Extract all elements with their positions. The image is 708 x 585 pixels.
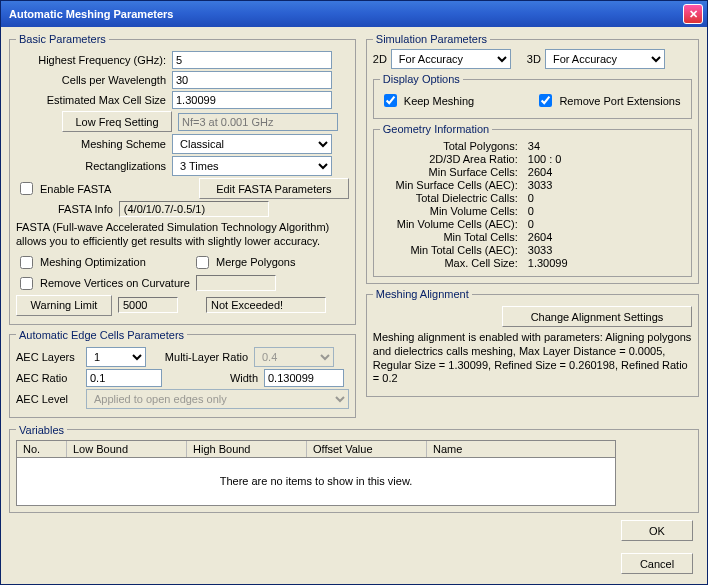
sim-2d-label: 2D: [373, 53, 387, 65]
meshing-scheme-label: Meshing Scheme: [16, 138, 166, 150]
aec-layers-label: AEC Layers: [16, 351, 80, 363]
variables-group: Variables No. Low Bound High Bound Offse…: [9, 424, 699, 513]
aec-level-label: AEC Level: [16, 393, 80, 405]
warning-limit-value: 5000: [118, 297, 178, 313]
variables-header: No. Low Bound High Bound Offset Value Na…: [16, 440, 616, 458]
est-max-cell-size-input[interactable]: [172, 91, 332, 109]
variables-list[interactable]: There are no items to show in this view.: [16, 458, 616, 506]
highest-freq-input[interactable]: [172, 51, 332, 69]
ok-button[interactable]: OK: [621, 520, 693, 541]
meshing-alignment-group: Meshing Alignment Change Alignment Setti…: [366, 288, 699, 397]
change-alignment-button[interactable]: Change Alignment Settings: [502, 306, 692, 327]
sim-2d-select[interactable]: For Accuracy: [391, 49, 511, 69]
low-freq-setting-button[interactable]: Low Freq Setting: [62, 111, 172, 132]
display-options-group: Display Options Keep Meshing Remove Port…: [373, 73, 692, 119]
geometry-legend: Geometry Information: [380, 123, 492, 135]
min-surface-cells-value: 2604: [528, 166, 685, 178]
rectanglizations-label: Rectanglizations: [16, 160, 166, 172]
sim-legend: Simulation Parameters: [373, 33, 490, 45]
aec-width-label: Width: [168, 372, 258, 384]
cells-per-wavelength-input[interactable]: [172, 71, 332, 89]
aec-ratio-label: AEC Ratio: [16, 372, 80, 384]
min-volume-cells-value: 0: [528, 205, 685, 217]
aec-legend: Automatic Edge Cells Parameters: [16, 329, 187, 341]
remove-port-ext-checkbox[interactable]: Remove Port Extensions: [535, 91, 685, 110]
aec-layers-select[interactable]: 1: [86, 347, 146, 367]
basic-legend: Basic Parameters: [16, 33, 109, 45]
aec-parameters-group: Automatic Edge Cells Parameters AEC Laye…: [9, 329, 356, 418]
fasta-info-label: FASTA Info: [58, 203, 113, 215]
max-cell-size-label: Max. Cell Size:: [380, 257, 528, 269]
total-polygons-label: Total Polygons:: [380, 140, 528, 152]
display-options-legend: Display Options: [380, 73, 463, 85]
fasta-info-value: (4/0/1/0.7/-0.5/1): [119, 201, 269, 217]
min-volume-cells-aec-value: 0: [528, 218, 685, 230]
aec-width-input[interactable]: [264, 369, 344, 387]
min-total-cells-label: Min Total Cells:: [380, 231, 528, 243]
variables-legend: Variables: [16, 424, 67, 436]
col-no[interactable]: No.: [17, 441, 67, 457]
min-total-cells-aec-label: Min Total Cells (AEC):: [380, 244, 528, 256]
highest-freq-label: Highest Frequency (GHz):: [16, 54, 166, 66]
warning-limit-button[interactable]: Warning Limit: [16, 295, 112, 316]
multilayer-ratio-label: Multi-Layer Ratio: [152, 351, 248, 363]
basic-parameters-group: Basic Parameters Highest Frequency (GHz)…: [9, 33, 356, 325]
warning-status: Not Exceeded!: [206, 297, 326, 313]
keep-meshing-checkbox[interactable]: Keep Meshing: [380, 91, 530, 110]
dialog-window: Automatic Meshing Parameters ✕ Basic Par…: [0, 0, 708, 585]
remove-vertices-checkbox[interactable]: Remove Vertices on Curvature: [16, 274, 190, 293]
rectanglizations-select[interactable]: 3 Times: [172, 156, 332, 176]
min-total-cells-aec-value: 3033: [528, 244, 685, 256]
cancel-button[interactable]: Cancel: [621, 553, 693, 574]
min-volume-cells-aec-label: Min Volume Cells (AEC):: [380, 218, 528, 230]
est-max-cell-size-label: Estimated Max Cell Size: [16, 94, 166, 106]
total-polygons-value: 34: [528, 140, 685, 152]
enable-fasta-input[interactable]: [20, 182, 33, 195]
low-freq-value: [178, 113, 338, 131]
total-dielectric-calls-value: 0: [528, 192, 685, 204]
sim-3d-label: 3D: [527, 53, 541, 65]
max-cell-size-value: 1.30099: [528, 257, 685, 269]
variables-empty-text: There are no items to show in this view.: [220, 475, 413, 487]
meshing-scheme-select[interactable]: Classical: [172, 134, 332, 154]
area-ratio-value: 100 : 0: [528, 153, 685, 165]
min-volume-cells-label: Min Volume Cells:: [380, 205, 528, 217]
fasta-description: FASTA (Full-wave Accelerated Simulation …: [16, 221, 349, 249]
geometry-info-group: Geometry Information Total Polygons:34 2…: [373, 123, 692, 277]
min-total-cells-value: 2604: [528, 231, 685, 243]
merge-polygons-checkbox[interactable]: Merge Polygons: [192, 253, 296, 272]
col-high[interactable]: High Bound: [187, 441, 307, 457]
min-surface-cells-aec-value: 3033: [528, 179, 685, 191]
meshing-optimization-checkbox[interactable]: Meshing Optimization: [16, 253, 186, 272]
col-name[interactable]: Name: [427, 441, 615, 457]
cells-per-wavelength-label: Cells per Wavelength: [16, 74, 166, 86]
min-surface-cells-aec-label: Min Surface Cells (AEC):: [380, 179, 528, 191]
multilayer-ratio-select: 0.4: [254, 347, 334, 367]
meshing-alignment-legend: Meshing Alignment: [373, 288, 472, 300]
aec-ratio-input[interactable]: [86, 369, 162, 387]
meshing-alignment-desc: Meshing alignment is enabled with parame…: [373, 331, 692, 386]
remove-vertices-value: [196, 275, 276, 291]
simulation-parameters-group: Simulation Parameters 2D For Accuracy 3D…: [366, 33, 699, 284]
col-offset[interactable]: Offset Value: [307, 441, 427, 457]
aec-level-select: Applied to open edges only: [86, 389, 349, 409]
total-dielectric-calls-label: Total Dielectric Calls:: [380, 192, 528, 204]
close-icon[interactable]: ✕: [683, 4, 703, 24]
area-ratio-label: 2D/3D Area Ratio:: [380, 153, 528, 165]
titlebar: Automatic Meshing Parameters ✕: [1, 1, 707, 27]
edit-fasta-button[interactable]: Edit FASTA Parameters: [199, 178, 349, 199]
enable-fasta-checkbox[interactable]: Enable FASTA: [16, 179, 111, 198]
min-surface-cells-label: Min Surface Cells:: [380, 166, 528, 178]
window-title: Automatic Meshing Parameters: [5, 8, 683, 20]
sim-3d-select[interactable]: For Accuracy: [545, 49, 665, 69]
col-low[interactable]: Low Bound: [67, 441, 187, 457]
